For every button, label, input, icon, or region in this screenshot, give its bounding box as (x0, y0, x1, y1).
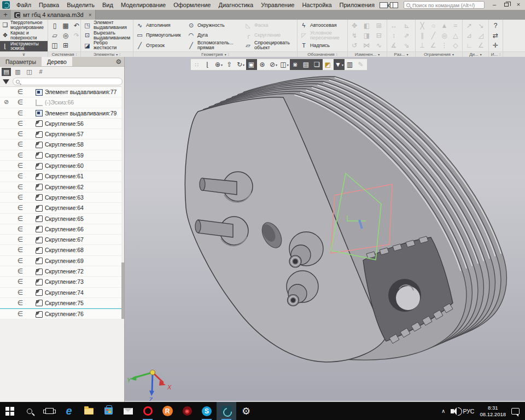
system-tool-button[interactable]: ⊞ (61, 40, 71, 50)
menu-item[interactable]: Правка (35, 0, 63, 10)
close-button[interactable]: × (513, 1, 524, 9)
misc-tool-button[interactable]: ? (491, 21, 500, 31)
tree-item[interactable]: ∈ Скругление:60 (0, 161, 124, 171)
task-view-button[interactable] (39, 402, 59, 420)
kompas-taskbar-button[interactable] (217, 402, 236, 420)
store-button[interactable] (98, 402, 118, 420)
modify-tool-button[interactable]: ◧ (361, 21, 371, 31)
diagnostics-tool-button[interactable]: ◿ (476, 31, 486, 40)
taskbar-clock[interactable]: 8:3108.12.2018 (480, 405, 506, 418)
restore-button[interactable] (501, 1, 512, 9)
modify-tool-button[interactable]: ∿ (374, 40, 384, 50)
filter-icon[interactable]: ▼▾ (334, 59, 345, 70)
constraint-tool-button[interactable]: ╳ (417, 21, 427, 31)
system-tool-button[interactable]: ▯ (50, 21, 60, 31)
modify-tool-button[interactable]: ↺ (349, 40, 359, 50)
modify-tool-button[interactable]: ◨ (361, 31, 371, 40)
sketch-mode-icon[interactable]: ⌊ (202, 59, 213, 70)
system-tool-button[interactable]: ↶ (72, 21, 80, 31)
rotate-view-icon[interactable]: ↻▾ (235, 59, 246, 70)
edge-button[interactable]: e (59, 402, 79, 420)
new-tab-button[interactable]: + (0, 10, 11, 20)
dimension-tool-button[interactable]: ↕ (389, 31, 399, 40)
tree-view-icon[interactable]: ▤ (2, 68, 11, 76)
system-tool-button[interactable]: ↷ (72, 31, 80, 40)
constraint-tool-button[interactable]: ◎ (440, 31, 450, 40)
gear-icon[interactable]: ⚙ (113, 57, 124, 66)
element-tool-button[interactable]: ◳ Элементвыдавливания (82, 20, 132, 31)
zoom-icon[interactable]: ⊕▾ (213, 59, 224, 70)
notification-center-icon[interactable] (511, 408, 520, 415)
hide-objects-icon[interactable]: ⊘▾ (268, 59, 279, 70)
system-tool-button[interactable]: ◎ (61, 31, 71, 40)
geometry-tool-button[interactable]: ⊙ Окружность (186, 20, 243, 31)
tree-item[interactable]: ∈ Скругление:68 (0, 245, 124, 255)
geometry-tool-button[interactable]: ▱ Спроецироватьобъект (243, 40, 295, 51)
dimension-tool-button[interactable]: ⊾ (402, 21, 412, 31)
measure-icon[interactable]: ◩ (323, 59, 334, 70)
settings-button[interactable]: ⚙ (236, 402, 256, 420)
tree-item[interactable]: ∈ Скругление:59 (0, 150, 124, 161)
tree-view-icon[interactable]: ▥ (13, 68, 22, 76)
volume-icon[interactable] (451, 409, 454, 413)
r-app-button[interactable]: R (158, 402, 177, 420)
modify-tool-button[interactable]: ⊟ (374, 31, 384, 40)
modify-tool-button[interactable]: ⊞ (374, 21, 384, 31)
tree-item[interactable]: ∈ Скругление:73 (0, 277, 124, 287)
modify-tool-button[interactable]: ↯ (349, 31, 359, 40)
split-view-icon[interactable]: ▥ (345, 59, 355, 70)
tree-item[interactable]: ⊘ ∈ (-)Эскиз:66 (0, 97, 124, 108)
diagnostics-tool-button[interactable]: ↗ (464, 21, 474, 31)
system-tool-button[interactable]: ▱ (50, 31, 60, 40)
taskbar-search-button[interactable] (20, 402, 39, 420)
minimize-button[interactable]: – (489, 1, 500, 9)
orientation-icon[interactable]: ⇧ (224, 59, 235, 70)
snap-icon[interactable]: ⋇ (290, 59, 301, 70)
mode-button[interactable]: ❖ Каркас иповерхности (0, 30, 48, 40)
constraint-tool-button[interactable]: ○ (428, 21, 438, 31)
mode-button[interactable]: ❑ Твердотельноемоделирование (0, 20, 48, 30)
tree-item[interactable]: ∈ Скругление:56 (0, 119, 124, 129)
scrollbar-thumb[interactable] (121, 262, 124, 319)
constraint-tool-button[interactable]: ⊥ (417, 40, 427, 50)
dimension-tool-button[interactable]: ↔ (389, 21, 399, 31)
diagnostics-tool-button[interactable]: ∟ (464, 40, 474, 50)
tab-tree[interactable]: Дерево (42, 57, 72, 66)
pick-icon[interactable]: ✎ (355, 59, 366, 70)
menu-item[interactable]: Оформление (170, 0, 214, 10)
tab-parameters[interactable]: Параметры (0, 57, 42, 66)
layout-split-icon[interactable] (390, 2, 398, 8)
menu-item[interactable]: Диагностика (214, 0, 257, 10)
constraint-tool-button[interactable]: ▲ (440, 21, 450, 31)
diagnostics-tool-button[interactable]: ↘ (476, 21, 486, 31)
tab-close-icon[interactable]: × (86, 12, 92, 18)
visibility-off-icon[interactable]: ⊘ (2, 98, 10, 106)
geometry-tool-button[interactable]: ◠ Дуга (186, 31, 243, 41)
dimension-tool-button[interactable]: ∡ (389, 40, 399, 50)
tree-item[interactable]: ∈ Скругление:61 (0, 171, 124, 182)
diagnostics-tool-button[interactable]: ⊿ (464, 31, 474, 40)
tree-item[interactable]: ∈ Элемент выдавливания:79 (0, 108, 124, 119)
menu-item[interactable]: Настройка (298, 0, 335, 10)
notation-tool-button[interactable]: T Надпись (299, 40, 346, 51)
shaded-view-icon[interactable]: ▣ (246, 59, 257, 70)
constraint-tool-button[interactable]: ∥ (417, 31, 427, 40)
notation-tool-button[interactable]: ϟ Автоосевая (299, 20, 346, 31)
layout-single-icon[interactable] (380, 2, 388, 8)
modify-tool-button[interactable]: ✥ (349, 21, 359, 31)
misc-tool-button[interactable]: ✛ (491, 40, 500, 50)
tree-item[interactable]: ∈ Скругление:72 (0, 266, 124, 277)
layers-icon[interactable]: ❏ (312, 59, 323, 70)
modes-collapse-icon[interactable]: ∨ (22, 52, 26, 57)
file-explorer-button[interactable] (79, 402, 98, 420)
viewport-canvas[interactable]: Y X Z ∷ ⌊ ⊕▾ ⇧ (125, 57, 525, 402)
modify-tool-button[interactable]: ⋈ (361, 40, 371, 50)
document-tab[interactable]: мт гбц 4 клапана.m3d × (11, 10, 96, 20)
tree-scrollbar[interactable] (121, 86, 124, 319)
geometry-tool-button[interactable]: ∿ Автолиния (135, 20, 186, 31)
tree-search-input[interactable] (13, 78, 122, 85)
constraint-tool-button[interactable]: △ (451, 31, 460, 40)
menu-item[interactable]: Вид (98, 0, 117, 10)
tree-item[interactable]: ∈ Скругление:64 (0, 203, 124, 213)
misc-tool-button[interactable]: ⇄ (491, 31, 500, 40)
